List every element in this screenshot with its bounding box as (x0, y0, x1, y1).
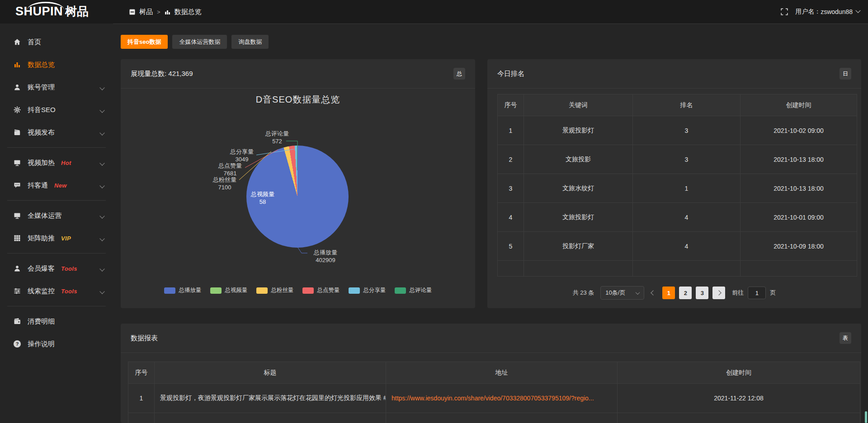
legend-item-video-count[interactable]: 总视频量 (210, 287, 248, 294)
page-button-3[interactable]: 3 (696, 287, 708, 299)
legend-item-comment-count[interactable]: 总评论量 (395, 287, 432, 294)
table-row: 1 景观投影灯 3 2021-10-02 09:00 (498, 116, 857, 145)
sidebar-item-label: 抖客通 (28, 181, 48, 190)
day-view-button[interactable]: 日 (840, 68, 851, 80)
chevron-down-icon (99, 130, 104, 135)
goto-page-input[interactable] (748, 287, 766, 299)
tab-omnimedia-data[interactable]: 全媒体运营数据 (172, 35, 227, 49)
page-size-select[interactable]: 10条/页 (600, 286, 644, 300)
sidebar-item-data-overview[interactable]: 数据总览 (0, 53, 113, 76)
sidebar-item-douyin-seo[interactable]: 抖音SEO (0, 99, 113, 121)
sidebar-item-label: 首页 (28, 38, 41, 47)
breadcrumb-root[interactable]: 树品 (139, 8, 153, 16)
sidebar-item-label: 矩阵助推 (28, 234, 55, 243)
app-logo[interactable]: SHUPIN 树品 (15, 4, 89, 19)
cell-no: 5 (498, 232, 524, 261)
sidebar-item-omnimedia-operation[interactable]: 全媒体运营 (0, 204, 113, 227)
chevron-down-icon (99, 289, 104, 294)
legend-item-share-count[interactable]: 总分享量 (349, 287, 386, 294)
gear-icon (14, 106, 21, 114)
chart-panel-header: 展现量总数: 421,369 总 (121, 59, 475, 89)
breadcrumb-separator: > (157, 9, 160, 15)
total-view-button[interactable]: 总 (453, 68, 465, 80)
cell-created: 2021-10-09 18:00 (741, 232, 857, 261)
pie-label-name: 总评论量 (265, 130, 289, 137)
sidebar-item-video-heating[interactable]: 视频加热 Hot (0, 151, 113, 174)
rank-table: 序号 关键词 排名 创建时间 1 景观投影灯 3 2021-10-02 09:0… (497, 94, 857, 277)
table-header-row: 序号 标题 地址 创建时间 (128, 362, 860, 384)
pie-label-value: 3049 (222, 155, 262, 163)
sidebar-item-video-publish[interactable]: 视频发布 (0, 121, 113, 144)
header-divider (113, 24, 868, 24)
sidebar-item-label: 会员爆客 (28, 264, 55, 273)
cell-created: 2021-10-13 18:00 (741, 174, 857, 203)
sidebar-item-label: 消费明细 (28, 317, 55, 326)
sidebar-item-douketong[interactable]: 抖客通 New (0, 174, 113, 197)
cell-rank: 4 (633, 232, 741, 261)
col-title: 标题 (155, 362, 386, 384)
page-button-1[interactable]: 1 (662, 287, 675, 299)
cell-rank: 1 (633, 174, 741, 203)
sidebar-item-member-burst[interactable]: 会员爆客 Tools (0, 257, 113, 280)
tab-inquiry-data[interactable]: 询盘数据 (231, 35, 269, 49)
table-row-empty (128, 413, 860, 423)
legend-label: 总评论量 (410, 287, 432, 294)
page-button-2[interactable]: 2 (679, 287, 692, 299)
legend-label: 总视频量 (225, 287, 248, 294)
table-view-button[interactable]: 表 (840, 332, 851, 344)
user-menu[interactable]: 用户名： zswodun88 (795, 8, 860, 16)
hot-badge: Hot (61, 160, 71, 166)
tab-douyin-seo-data[interactable]: 抖音seo数据 (121, 35, 168, 49)
pie-label-name: 总分享量 (230, 148, 254, 155)
pie-label-comment-count: 总评论量 572 (257, 130, 297, 145)
cell-no: 3 (498, 174, 524, 203)
goto-label: 前往 (732, 289, 744, 297)
wallet-icon (14, 318, 21, 325)
sidebar-item-home[interactable]: 首页 (0, 31, 113, 53)
report-table: 序号 标题 地址 创建时间 1 景观投影灯，夜游景观投影灯厂家展示展示落花灯在花… (128, 362, 860, 423)
sidebar-item-consumption-detail[interactable]: 消费明细 (0, 310, 113, 333)
sidebar-item-lead-monitor[interactable]: 线索监控 Tools (0, 280, 113, 302)
top-header: SHUPIN 树品 树品 > 数据总览 用户名： zswodun88 (0, 0, 868, 24)
goto-unit: 页 (770, 289, 776, 297)
chevron-down-icon (99, 160, 104, 165)
rank-panel-title: 今日排名 (497, 70, 524, 78)
col-created: 创建时间 (741, 94, 857, 116)
table-row: 4 文旅投影灯 4 2021-10-01 09:00 (498, 203, 857, 232)
logo-text-cn: 树品 (65, 4, 89, 19)
prev-page-button[interactable] (648, 287, 658, 299)
bar-chart-icon (14, 61, 21, 69)
sidebar-item-label: 全媒体运营 (28, 212, 61, 220)
legend-item-like-count[interactable]: 总点赞量 (302, 287, 340, 294)
cell-title: 景观投影灯，夜游景观投影灯厂家展示展示落花灯在花园里的灯光投影应用效果 # (155, 384, 386, 413)
chevron-down-icon (99, 85, 104, 90)
cell-created: 2021-10-02 09:00 (741, 116, 857, 145)
today-rank-panel: 今日排名 日 序号 关键词 排名 创建时间 1 景观投影灯 3 2021-10-… (487, 59, 861, 308)
page-scrollbar[interactable] (865, 411, 867, 423)
sidebar-item-operation-guide[interactable]: ? 操作说明 (0, 333, 113, 355)
username-value: zswodun88 (821, 8, 853, 15)
pagination: 共 23 条 10条/页 1 2 3 前往 页 (487, 286, 861, 300)
next-page-button[interactable] (712, 287, 725, 299)
breadcrumb: 树品 > 数据总览 (129, 0, 202, 24)
pie-label-value: 402909 (305, 256, 346, 264)
sidebar-item-matrix-boost[interactable]: 矩阵助推 VIP (0, 227, 113, 249)
report-panel-header: 数据报表 表 (121, 324, 861, 353)
cell-keyword: 景观投影灯 (524, 116, 633, 145)
cell-created: 2021-10-13 18:00 (741, 145, 857, 174)
legend-item-play-count[interactable]: 总播放量 (164, 287, 202, 294)
pie-label-value: 7100 (204, 183, 245, 191)
fullscreen-icon[interactable] (781, 8, 788, 15)
cell-no: 4 (498, 203, 524, 232)
sidebar-item-account-management[interactable]: 账号管理 (0, 76, 113, 99)
new-badge: New (54, 182, 67, 189)
tools-badge: Tools (61, 265, 77, 272)
chevron-left-icon (651, 290, 656, 295)
chevron-down-icon (99, 236, 104, 241)
home-icon (14, 38, 21, 46)
sidebar: 首页 数据总览 账号管理 抖音SEO 视频发布 视频加热 Hot 抖客通 New… (0, 24, 113, 423)
report-link[interactable]: https://www.iesdouyin.com/share/video/70… (392, 395, 594, 402)
legend-item-fans-count[interactable]: 总粉丝量 (256, 287, 294, 294)
breadcrumb-current: 数据总览 (175, 8, 202, 16)
pie-label-name: 总视频量 (251, 191, 274, 197)
